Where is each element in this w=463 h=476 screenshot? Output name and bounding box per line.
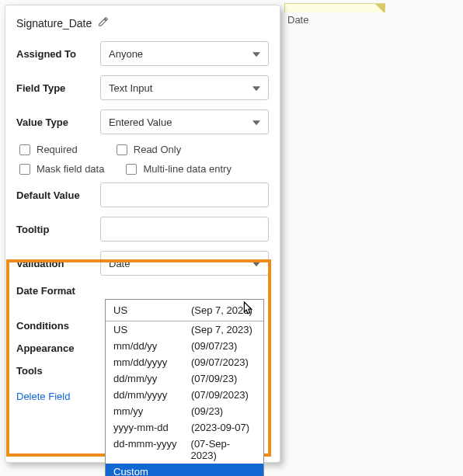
date-format-label: Date Format — [16, 285, 100, 297]
option-format: dd-mmm-yyyy — [113, 438, 188, 461]
option-example: (09/07/23) — [191, 340, 237, 352]
validation-label: Validation — [16, 258, 100, 269]
selected-format: US — [113, 304, 188, 316]
option-format: US — [113, 324, 188, 335]
checkbox-icon — [126, 164, 137, 175]
option-format: dd/mm/yy — [113, 373, 188, 384]
edit-name-icon[interactable] — [98, 16, 109, 30]
selected-example: (Sep 7, 2023) — [191, 304, 252, 316]
value-type-select[interactable]: Entered Value — [100, 109, 269, 134]
required-checkbox[interactable]: Required — [19, 144, 78, 155]
tooltip-input[interactable] — [100, 217, 269, 241]
date-format-option[interactable]: mm/dd/yyyy(09/07/2023) — [106, 354, 263, 370]
field-type-select[interactable]: Text Input — [100, 75, 269, 100]
option-example: (2023-09-07) — [191, 422, 249, 433]
option-example: (Sep 7, 2023) — [191, 324, 252, 335]
option-format: yyyy-mm-dd — [113, 422, 188, 433]
date-format-dropdown[interactable]: US (Sep 7, 2023) US(Sep 7, 2023)mm/dd/yy… — [105, 299, 264, 476]
default-value-label: Default Value — [16, 189, 100, 201]
date-format-option[interactable]: Custom — [106, 464, 263, 476]
date-format-option[interactable]: dd/mm/yyyy(07/09/2023) — [106, 387, 263, 403]
date-format-selected[interactable]: US (Sep 7, 2023) — [106, 300, 263, 321]
appearance-section[interactable]: Appearance — [16, 342, 74, 354]
date-format-option[interactable]: dd-mmm-yyyy(07-Sep-2023) — [106, 436, 263, 464]
date-field-preview-label: Date — [284, 12, 385, 27]
option-format: mm/dd/yyyy — [113, 356, 188, 368]
option-format: dd/mm/yyyy — [113, 389, 188, 401]
readonly-label: Read Only — [134, 144, 181, 155]
tooltip-label: Tooltip — [16, 224, 100, 235]
value-type-value: Entered Value — [109, 116, 172, 128]
checkbox-icon — [19, 144, 30, 155]
conditions-section[interactable]: Conditions — [16, 320, 69, 332]
multiline-checkbox[interactable]: Multi-line data entry — [126, 163, 231, 175]
field-type-value: Text Input — [109, 82, 152, 94]
option-example: (09/07/2023) — [191, 356, 249, 368]
tools-section[interactable]: Tools — [16, 365, 43, 377]
date-format-option[interactable]: yyyy-mm-dd(2023-09-07) — [106, 419, 263, 436]
option-example: (07/09/2023) — [191, 389, 249, 401]
readonly-checkbox[interactable]: Read Only — [117, 144, 181, 155]
multiline-label: Multi-line data entry — [143, 163, 231, 175]
validation-value: Date — [109, 258, 130, 269]
checkbox-icon — [19, 164, 30, 175]
delete-field-link[interactable]: Delete Field — [16, 391, 70, 402]
mask-field-checkbox[interactable]: Mask field data — [19, 163, 104, 175]
checkbox-icon — [117, 144, 127, 155]
assigned-to-label: Assigned To — [16, 48, 100, 60]
assigned-to-select[interactable]: Anyone — [100, 41, 269, 66]
field-type-label: Field Type — [16, 82, 100, 94]
option-example: (09/23) — [191, 405, 223, 417]
option-format: mm/yy — [113, 405, 188, 417]
value-type-label: Value Type — [16, 116, 100, 128]
date-format-option[interactable]: US(Sep 7, 2023) — [106, 321, 263, 338]
mask-field-label: Mask field data — [37, 163, 104, 175]
assigned-to-value: Anyone — [109, 48, 143, 60]
validation-select[interactable]: Date — [100, 251, 269, 276]
option-example: (07/09/23) — [191, 373, 237, 384]
default-value-input[interactable] — [100, 182, 269, 207]
date-format-option[interactable]: dd/mm/yy(07/09/23) — [106, 370, 263, 387]
date-format-option[interactable]: mm/yy(09/23) — [106, 403, 263, 419]
option-format: mm/dd/yy — [113, 340, 188, 352]
field-name: Signature_Date — [16, 17, 92, 30]
required-label: Required — [37, 144, 78, 155]
date-field-preview[interactable]: Date — [284, 3, 385, 31]
field-properties-panel: Signature_Date Assigned To Anyone Field … — [5, 5, 280, 463]
option-example: (07-Sep-2023) — [191, 438, 256, 461]
option-format: Custom — [113, 466, 188, 476]
date-format-option[interactable]: mm/dd/yy(09/07/23) — [106, 338, 263, 354]
